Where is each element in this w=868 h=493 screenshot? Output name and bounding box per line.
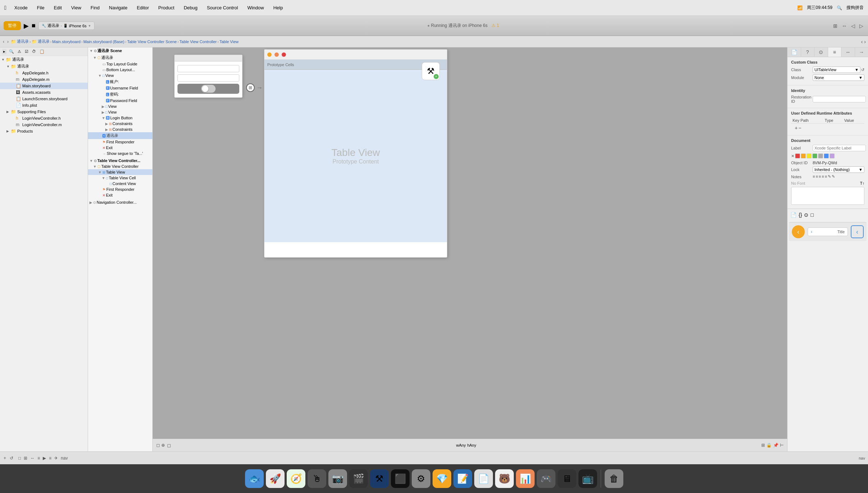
outline-item-username[interactable]: F Username Field <box>88 85 152 91</box>
history-icon[interactable]: ↺ <box>9 455 14 461</box>
plane-editor-icon[interactable]: ✈ <box>54 455 59 461</box>
tree-item-appdelegatem[interactable]: m AppDelegate.m <box>0 76 88 83</box>
swatch-green[interactable] <box>812 153 817 158</box>
remove-attr-button[interactable]: − <box>798 125 801 131</box>
breadcrumb-4[interactable]: Table View Controller Scene <box>127 40 177 44</box>
menu-window[interactable]: Window <box>246 4 265 11</box>
nav-prev-arrow[interactable]: ‹ <box>811 229 812 234</box>
dock-systemprefs[interactable]: ⚙ <box>412 469 430 488</box>
add-attr-button[interactable]: + <box>795 125 798 131</box>
outline-item-scene[interactable]: ▼ ⊙ 通讯录 Scene <box>88 47 152 54</box>
outline-item-view3[interactable]: ▶ □ View <box>88 109 152 115</box>
outline-item-view2[interactable]: ▶ □ View <box>88 103 152 109</box>
outline-item-exit-tvc[interactable]: ✕ Exit <box>88 192 152 198</box>
menu-help[interactable]: Help <box>272 4 285 11</box>
outline-item-pw-label[interactable]: L 密码: <box>88 91 152 98</box>
adjust-icon[interactable]: ◻ <box>167 443 171 448</box>
breadcrumb-2[interactable]: Main.storyboard <box>52 40 80 44</box>
outline-item-segue[interactable]: → Show segue to 'Ta...' <box>88 151 152 156</box>
outline-item-top-layout[interactable]: ▭ Top Layout Guide <box>88 61 152 67</box>
dock-launchpad[interactable]: 🚀 <box>266 469 285 488</box>
search-icon[interactable]: 🔍 <box>837 5 842 10</box>
lock-dropdown[interactable]: Inherited - (Nothing) ▼ <box>813 166 864 173</box>
add-item-icon[interactable]: + <box>3 455 7 461</box>
dock-activity[interactable]: 📊 <box>516 469 535 488</box>
inspector-tab-attributes[interactable]: ≡ <box>828 47 842 57</box>
outline-item-cell[interactable]: ▼ □ Table View Cell <box>88 175 152 181</box>
dock-mouse[interactable]: 🖱 <box>308 469 326 488</box>
outline-item-tvc[interactable]: ▼ ⬡ Table View Controller <box>88 163 152 169</box>
outline-item-tableview[interactable]: ▼ ⊞ Table View <box>88 169 152 175</box>
menu-file[interactable]: File <box>36 4 46 11</box>
dock-app4[interactable]: 📺 <box>578 469 597 488</box>
menu-editor[interactable]: Editor <box>135 4 151 11</box>
inspector-tab-identity[interactable]: ⊙ <box>814 47 828 57</box>
recent-nav-btn[interactable]: 📋 <box>38 49 46 54</box>
outline-item-txlu[interactable]: < 通讯录 <box>88 132 152 139</box>
tree-item-assets[interactable]: 🖼 Assets.xcassets <box>0 89 88 96</box>
assistant-editor-icon[interactable]: ⊞ <box>23 455 28 461</box>
doc-icon-bottom[interactable]: 📄 <box>790 212 797 218</box>
tree-item-mainstoryboard[interactable]: 📋 Main.storyboard <box>0 83 88 89</box>
outline-item-loginbtn[interactable]: ▼ B Login Button <box>88 115 152 121</box>
version-editor-icon[interactable]: ↔ <box>29 455 35 461</box>
notes-icon-6[interactable]: ✎ <box>828 174 831 179</box>
dock-xcode[interactable]: ⚒ <box>370 469 389 488</box>
settings-icon-bottom[interactable]: ⊙ <box>804 212 808 218</box>
nav-back-icon[interactable]: ‹ <box>2 38 5 45</box>
nav-toggle-button[interactable]: ◁ <box>850 22 856 30</box>
menu-source-control[interactable]: Source Control <box>206 4 240 11</box>
breadcrumb-1[interactable]: 通讯录 <box>38 39 50 44</box>
dock-word[interactable]: 📝 <box>453 469 472 488</box>
menu-xcode[interactable]: Xcode <box>13 4 29 11</box>
inspector-tab-quick-help[interactable]: ? <box>801 47 815 57</box>
tree-item-products[interactable]: ▶ 📁 Products <box>0 128 88 134</box>
tree-item-loginh[interactable]: h LoginViewController.h <box>0 115 88 121</box>
prev-arrow[interactable]: ‹ <box>861 39 863 45</box>
notes-icon-5[interactable]: ≡ <box>825 174 827 179</box>
grid-icon[interactable]: ⊞ <box>761 443 765 448</box>
debug-editor-icon[interactable]: ≡ <box>48 455 52 461</box>
pan-icon[interactable]: ⊢ <box>780 443 784 448</box>
pin-icon[interactable]: 📌 <box>773 443 779 448</box>
prev-nav-button[interactable]: ‹ <box>792 225 805 238</box>
run-button[interactable]: ▶ <box>24 22 29 30</box>
menu-edit[interactable]: Edit <box>52 4 63 11</box>
tree-item-supporting[interactable]: ▶ 📁 Supporting Files <box>0 109 88 115</box>
next-arrow[interactable]: › <box>864 39 866 45</box>
tree-item-group[interactable]: ▼ 📁 通讯录 <box>0 63 88 70</box>
outline-item-account-label[interactable]: L 账户: <box>88 78 152 85</box>
dock-bear[interactable]: 🐻 <box>495 469 514 488</box>
apple-logo[interactable]:  <box>4 5 6 11</box>
standard-editor-icon[interactable]: □ <box>18 455 22 461</box>
inspector-toggle-button[interactable]: ▷ <box>858 22 864 30</box>
pause-button[interactable]: 暂停 <box>4 21 21 30</box>
dock-safari[interactable]: 🧭 <box>287 469 305 488</box>
breadcrumb-5[interactable]: Table View Controller <box>180 40 217 44</box>
split-view-button[interactable]: ↔ <box>841 22 848 30</box>
inspector-tab-connections[interactable]: → <box>855 47 868 57</box>
tree-item-appdelegateh[interactable]: h AppDelegate.h <box>0 70 88 76</box>
swatch-blue[interactable] <box>824 153 829 158</box>
class-refresh-icon[interactable]: ↺ <box>861 68 864 72</box>
notes-icon-1[interactable]: ≡ <box>813 174 815 179</box>
menu-view[interactable]: View <box>70 4 83 11</box>
font-size-icon[interactable]: T↑ <box>860 181 864 185</box>
notes-icon-3[interactable]: ≡ <box>819 174 821 179</box>
notes-icon-7[interactable]: ✎ <box>832 174 835 179</box>
dock-trash[interactable]: 🗑 <box>605 469 623 488</box>
next-nav-button[interactable]: ‹ <box>851 225 864 238</box>
dock-app1[interactable]: 📄 <box>474 469 493 488</box>
swatch-gray[interactable] <box>818 153 823 158</box>
tree-item-root[interactable]: ▼ 📁 通讯录 <box>0 56 88 63</box>
swatch-red[interactable] <box>795 153 800 158</box>
inspector-tab-size[interactable]: ↔ <box>841 47 855 57</box>
delete-swatch-icon[interactable]: ✕ <box>791 154 794 158</box>
tree-item-plist[interactable]: 📄 Info.plist <box>0 102 88 109</box>
outline-item-nav-controller[interactable]: ▶ ⊙ Navigation Controller... <box>88 199 152 205</box>
dock-photos[interactable]: 📷 <box>328 469 347 488</box>
code-icon-bottom[interactable]: {} <box>799 212 802 218</box>
table-vc-mockup[interactable]: ⚒ + Prototype Cells Table View Prototype… <box>264 49 447 258</box>
menu-debug[interactable]: Debug <box>182 4 199 11</box>
swatch-orange[interactable] <box>801 153 806 158</box>
